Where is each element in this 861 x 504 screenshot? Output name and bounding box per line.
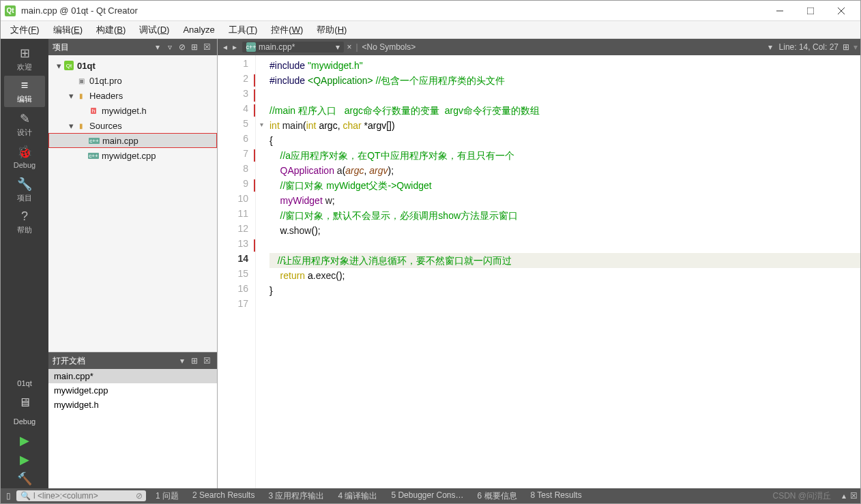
close-tab-icon[interactable]: × [347, 42, 351, 52]
close-pane-icon[interactable]: ☒ [201, 42, 213, 52]
run-target[interactable]: ▶ [4, 450, 45, 469]
file-selector[interactable]: c++ main.cpp* ▾ [242, 42, 344, 53]
split-editor-icon[interactable]: ⊞ [843, 42, 849, 52]
run-target[interactable]: ▶ [4, 431, 45, 450]
menu-item[interactable]: 工具(T) [222, 21, 265, 39]
output-tab[interactable]: 6 概要信息 [473, 490, 521, 502]
mode-项目[interactable]: 🔧项目 [4, 174, 45, 205]
link-icon[interactable]: ⊘ [176, 42, 188, 52]
tree-item[interactable]: ▾▮Headers [48, 88, 217, 103]
close-button[interactable] [826, 1, 856, 20]
tree-item[interactable]: hmywidget.h [48, 103, 217, 118]
cursor-position: Line: 14, Col: 27 [779, 42, 838, 52]
status-bar: ▯ 🔍 ⊘ 1 问题2 Search Results3 应用程序输出4 编译输出… [1, 488, 860, 503]
dropdown-icon[interactable]: ▾ [176, 356, 188, 366]
locator-input[interactable]: 🔍 ⊘ [16, 490, 146, 501]
menu-item[interactable]: 调试(D) [132, 21, 176, 39]
output-tab[interactable]: 1 问题 [151, 490, 183, 502]
run-target[interactable]: 🖥 [4, 393, 45, 412]
dropdown-icon[interactable]: ▾ [151, 42, 164, 52]
split-icon[interactable]: ⊞ [188, 356, 201, 366]
code-editor[interactable]: 12345▾67891011121314151617 #include "myw… [218, 55, 860, 488]
menu-item[interactable]: 帮助(H) [310, 21, 353, 39]
tree-item[interactable]: c++main.cpp [48, 133, 217, 148]
maximize-button[interactable] [795, 1, 826, 20]
menu-bar: 文件(F)编辑(E)构建(B)调试(D)Analyze工具(T)控件(W)帮助(… [1, 21, 860, 39]
run-target[interactable]: 01qt [4, 374, 45, 393]
locator-icon[interactable]: ▯ [3, 491, 14, 501]
editor-area: ◂ ▸ c++ main.cpp* ▾ × | <No Symbols> ▾ L… [218, 39, 860, 488]
cpp-icon: c++ [246, 42, 256, 52]
watermark: CSDN @问渭丘 [772, 490, 838, 502]
run-target[interactable]: Debug [4, 412, 45, 431]
open-documents-pane: 打开文档 ▾ ⊞ ☒ main.cpp*mywidget.cppmywidget… [48, 352, 217, 488]
menu-item[interactable]: 编辑(E) [46, 21, 89, 39]
mode-欢迎[interactable]: ⊞欢迎 [4, 43, 45, 74]
project-tree: ▾Qt01qt▣01qt.pro▾▮Headershmywidget.h▾▮So… [48, 55, 217, 352]
tree-item[interactable]: ▾Qt01qt [48, 58, 217, 73]
menu-item[interactable]: 文件(F) [3, 21, 46, 39]
symbols-selector[interactable]: <No Symbols> [362, 42, 416, 52]
output-tab[interactable]: 8 Test Results [527, 490, 586, 502]
open-doc-item[interactable]: mywidget.cpp [48, 383, 217, 398]
editor-toolbar: ◂ ▸ c++ main.cpp* ▾ × | <No Symbols> ▾ L… [218, 39, 860, 55]
mode-设计[interactable]: ✎设计 [4, 108, 45, 140]
tree-item[interactable]: ▣01qt.pro [48, 73, 217, 88]
filter-icon[interactable]: ▿ [164, 42, 176, 52]
minimize-button[interactable] [764, 1, 795, 20]
open-doc-item[interactable]: mywidget.h [48, 398, 217, 412]
title-bar: Qt main.cpp @ 01qt - Qt Creator [1, 1, 860, 21]
menu-item[interactable]: 构建(B) [89, 21, 132, 39]
sidebar: 项目 ▾ ▿ ⊘ ⊞ ☒ ▾Qt01qt▣01qt.pro▾▮Headershm… [48, 39, 218, 488]
output-tab[interactable]: 5 Debugger Cons… [387, 490, 467, 502]
output-tab[interactable]: 4 编译输出 [334, 490, 381, 502]
app-icon: Qt [5, 5, 16, 16]
nav-back-icon[interactable]: ◂ [220, 42, 230, 52]
nav-fwd-icon[interactable]: ▸ [230, 42, 239, 52]
run-target[interactable]: 🔨 [4, 469, 45, 488]
output-tab[interactable]: 2 Search Results [188, 490, 259, 502]
project-pane-header: 项目 ▾ ▿ ⊘ ⊞ ☒ [48, 39, 217, 55]
output-toggle-icon[interactable]: ▴ [838, 491, 850, 501]
tree-item[interactable]: c++mywidget.cpp [48, 148, 217, 163]
menu-item[interactable]: 控件(W) [264, 21, 310, 39]
output-close-icon[interactable]: ☒ [850, 491, 858, 501]
menu-item[interactable]: Analyze [176, 22, 221, 38]
tree-item[interactable]: ▾▮Sources [48, 118, 217, 133]
open-doc-item[interactable]: main.cpp* [48, 369, 217, 383]
mode-Debug[interactable]: 🐞Debug [4, 141, 45, 173]
window-title: main.cpp @ 01qt - Qt Creator [21, 5, 764, 16]
mode-帮助[interactable]: ?帮助 [4, 207, 45, 238]
mode-编辑[interactable]: ≡编辑 [4, 76, 45, 107]
close-pane-icon[interactable]: ☒ [201, 356, 213, 366]
svg-rect-1 [807, 8, 814, 14]
split-icon[interactable]: ⊞ [188, 42, 201, 52]
mode-bar: ⊞欢迎≡编辑✎设计🐞Debug🔧项目?帮助 01qt🖥Debug▶▶🔨 [1, 39, 48, 488]
output-tab[interactable]: 3 应用程序输出 [264, 490, 328, 502]
